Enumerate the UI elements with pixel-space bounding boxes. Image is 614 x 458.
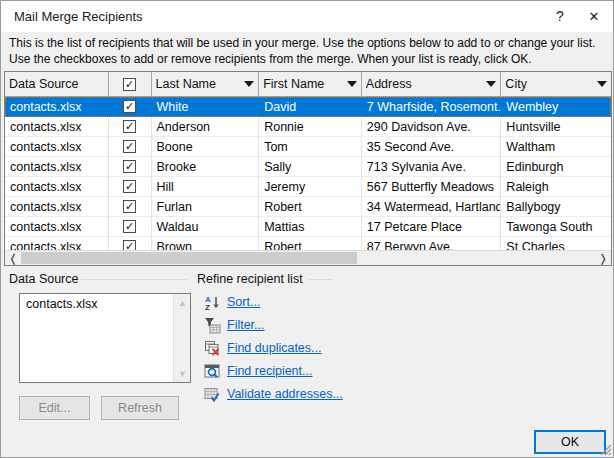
column-header[interactable]: Address	[362, 72, 502, 96]
column-header[interactable]: City	[501, 72, 611, 96]
column-header[interactable]: First Name	[259, 72, 362, 96]
horizontal-scrollbar-thumb[interactable]	[21, 252, 357, 264]
close-button[interactable]: ✕	[577, 1, 611, 31]
table-row[interactable]: contacts.xlsxBrookeSally713 Sylvania Ave…	[5, 157, 611, 177]
cell-last-name: Brooke	[152, 157, 260, 177]
refine-link-row: Find duplicates...	[204, 338, 322, 358]
scroll-right-icon[interactable]: ❭	[595, 251, 611, 265]
column-filter-dropdown-icon[interactable]	[597, 81, 607, 87]
include-recipient-checkbox[interactable]	[123, 200, 136, 213]
scroll-up-icon[interactable]: ▲	[174, 294, 191, 311]
cell-first-name: Tom	[259, 137, 362, 157]
refine-link-row: Find recipient...	[204, 361, 312, 381]
cell-address: 34 Watermead, Hartland	[362, 197, 502, 217]
cell-last-name: Waldau	[152, 217, 260, 237]
column-header-label: Last Name	[156, 77, 242, 91]
cell-city: Raleigh	[501, 177, 611, 197]
cell-address: 7 Wharfside, Rosemont...	[362, 97, 502, 117]
table-row[interactable]: contacts.xlsxHillJeremy567 Butterfly Mea…	[5, 177, 611, 197]
validate-addresses-icon	[204, 386, 221, 403]
cell-city: Edinburgh	[501, 157, 611, 177]
cell-last-name: Boone	[152, 137, 260, 157]
row-checkbox-cell	[109, 117, 152, 137]
cell-first-name: Jeremy	[259, 177, 362, 197]
data-source-group-label: Data Source	[9, 272, 78, 286]
scroll-left-icon[interactable]: ❬	[5, 251, 21, 265]
include-recipient-checkbox[interactable]	[123, 180, 136, 193]
column-header[interactable]: Last Name	[152, 72, 260, 96]
row-checkbox-cell	[109, 217, 152, 237]
table-row[interactable]: contacts.xlsxFurlanRobert34 Watermead, H…	[5, 197, 611, 217]
refine-link-row: AZSort...	[204, 292, 260, 312]
table-row[interactable]: contacts.xlsxWhiteDavid7 Wharfside, Rose…	[5, 97, 611, 117]
cell-data-source: contacts.xlsx	[5, 97, 109, 117]
svg-text:Z: Z	[205, 303, 210, 311]
header-checkbox-cell[interactable]	[109, 72, 152, 96]
filter-link[interactable]: Filter...	[227, 318, 265, 332]
table-row[interactable]: contacts.xlsxWaldauMattias17 Petcare Pla…	[5, 217, 611, 237]
scroll-down-icon[interactable]: ▼	[174, 365, 191, 382]
cell-last-name: Furlan	[152, 197, 260, 217]
row-checkbox-cell	[109, 157, 152, 177]
cell-data-source: contacts.xlsx	[5, 197, 109, 217]
find-recipient-link[interactable]: Find recipient...	[227, 364, 312, 378]
column-filter-dropdown-icon[interactable]	[486, 81, 496, 87]
row-checkbox-cell	[109, 137, 152, 157]
cell-first-name: Robert	[259, 197, 362, 217]
data-source-group-line	[81, 279, 187, 280]
row-checkbox-cell	[109, 197, 152, 217]
cell-last-name: Hill	[152, 177, 260, 197]
help-button[interactable]: ?	[543, 1, 577, 31]
column-header[interactable]: Data Source	[5, 72, 109, 96]
cell-city: Tawonga South	[501, 217, 611, 237]
cell-last-name: Anderson	[152, 117, 260, 137]
cell-city: Ballybogy	[501, 197, 611, 217]
listbox-scrollbar[interactable]: ▲ ▼	[173, 294, 190, 382]
cell-data-source: contacts.xlsx	[5, 177, 109, 197]
include-recipient-checkbox[interactable]	[123, 220, 136, 233]
validate-addresses-link[interactable]: Validate addresses...	[227, 387, 343, 401]
select-all-checkbox[interactable]	[123, 78, 136, 91]
resize-grip[interactable]	[599, 443, 612, 456]
column-filter-dropdown-icon[interactable]	[347, 81, 357, 87]
close-icon: ✕	[589, 9, 600, 24]
ok-button[interactable]: OK	[534, 430, 606, 454]
include-recipient-checkbox[interactable]	[123, 100, 136, 113]
sort-icon: AZ	[204, 294, 221, 311]
title-bar: Mail Merge Recipients ? ✕	[1, 1, 613, 32]
table-row[interactable]: contacts.xlsxBooneTom35 Second Ave.Walth…	[5, 137, 611, 157]
cell-first-name: David	[259, 97, 362, 117]
cell-address: 17 Petcare Place	[362, 217, 502, 237]
filter-icon	[204, 317, 221, 334]
cell-address: 290 Davidson Ave.	[362, 117, 502, 137]
table-row[interactable]: contacts.xlsxAndersonRonnie290 Davidson …	[5, 117, 611, 137]
intro-text: This is the list of recipients that will…	[9, 36, 595, 67]
intro-line-1: This is the list of recipients that will…	[9, 36, 595, 52]
edit-button-label: Edit...	[39, 401, 71, 415]
refresh-button[interactable]: Refresh	[101, 396, 179, 420]
cell-city: Huntsville	[501, 117, 611, 137]
refine-group-line	[309, 279, 333, 280]
sort-link[interactable]: Sort...	[227, 295, 260, 309]
cell-data-source: contacts.xlsx	[5, 217, 109, 237]
column-filter-dropdown-icon[interactable]	[244, 81, 254, 87]
find-duplicates-link[interactable]: Find duplicates...	[227, 341, 322, 355]
refine-group-label: Refine recipient list	[197, 272, 303, 286]
cell-data-source: contacts.xlsx	[5, 137, 109, 157]
cell-first-name: Sally	[259, 157, 362, 177]
mail-merge-recipients-dialog: Mail Merge Recipients ? ✕ This is the li…	[0, 0, 614, 458]
cell-address: 35 Second Ave.	[362, 137, 502, 157]
edit-button[interactable]: Edit...	[19, 396, 90, 420]
include-recipient-checkbox[interactable]	[123, 140, 136, 153]
horizontal-scrollbar[interactable]: ❬ ❭	[5, 250, 611, 265]
table-body: contacts.xlsxWhiteDavid7 Wharfside, Rose…	[5, 97, 611, 257]
recipients-table: Data SourceLast NameFirst NameAddressCit…	[4, 71, 612, 266]
cell-data-source: contacts.xlsx	[5, 117, 109, 137]
cell-city: Waltham	[501, 137, 611, 157]
data-source-listbox[interactable]: contacts.xlsx ▲ ▼	[19, 293, 191, 383]
cell-last-name: White	[152, 97, 260, 117]
include-recipient-checkbox[interactable]	[123, 120, 136, 133]
find-duplicates-icon	[204, 340, 221, 357]
data-source-list-item[interactable]: contacts.xlsx	[20, 294, 190, 314]
include-recipient-checkbox[interactable]	[123, 160, 136, 173]
